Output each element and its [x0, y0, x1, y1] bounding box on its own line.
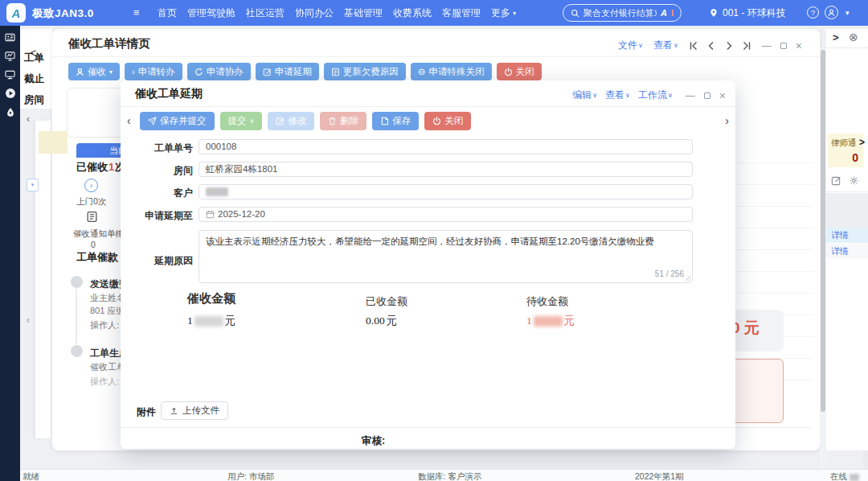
submit-button[interactable]: 提交 ∨: [220, 112, 263, 130]
nav-collaboration[interactable]: 协同办公: [295, 6, 334, 20]
minimize-icon[interactable]: —: [686, 90, 695, 101]
save-button[interactable]: 保存: [372, 112, 419, 130]
page-title: 催收工单详情页: [68, 36, 150, 51]
close-dialog-button[interactable]: 关闭: [424, 112, 471, 130]
extend-date-input[interactable]: 2025-12-20: [199, 207, 693, 222]
apply-assist-label: 申请协办: [207, 66, 244, 78]
edit-square-icon: [276, 117, 285, 125]
nav-customer-service[interactable]: 客服管理: [442, 6, 481, 20]
mini-dropdown[interactable]: ▾: [27, 179, 39, 191]
delete-button[interactable]: 删除: [320, 112, 366, 130]
lawyer-badge-label: 律师通: [831, 138, 857, 149]
order-no-input[interactable]: 000108: [199, 139, 693, 154]
expand-chevron-icon[interactable]: >: [833, 31, 839, 43]
trash-icon: [328, 117, 337, 125]
first-record-icon[interactable]: [689, 41, 698, 51]
edit-menu[interactable]: 编辑∨: [572, 88, 597, 102]
special-close-button[interactable]: ⊖ 申请特殊关闭: [411, 63, 492, 80]
apply-assist-button[interactable]: 申请协办: [187, 63, 251, 80]
order-no-label: 工单单号: [137, 142, 193, 155]
apps-menu-icon[interactable]: ≡: [133, 6, 140, 18]
detail-link[interactable]: 详情: [826, 244, 868, 259]
behind-label-deadline: 截止: [24, 72, 44, 86]
modify-button[interactable]: 修改: [268, 112, 314, 130]
update-reason-label: 更新欠费原因: [343, 66, 399, 78]
nav-dashboard[interactable]: 管理驾驶舱: [187, 6, 235, 20]
received-amount-value: 0.00 元: [366, 314, 397, 328]
next-chevron-icon[interactable]: ›: [725, 114, 729, 127]
app-logo[interactable]: A: [6, 3, 26, 23]
upload-icon: [170, 406, 178, 415]
monitor-icon[interactable]: [5, 69, 15, 80]
section-payment-title: 工单催款: [76, 250, 118, 265]
org-label: 001 - 环球科技: [723, 6, 786, 20]
view-menu[interactable]: 查看∨: [605, 88, 630, 102]
visit-circle-icon[interactable]: ›: [84, 179, 98, 192]
room-input[interactable]: 虹桥家园4栋1801: [199, 162, 693, 177]
caret-down-icon: ∨: [250, 117, 255, 125]
maximize-icon[interactable]: [704, 92, 710, 99]
cuishou-button[interactable]: 催收 ▾: [68, 63, 120, 80]
resize-handle[interactable]: [685, 275, 690, 281]
apply-transfer-label: 申请转办: [138, 66, 175, 78]
save-and-submit-button[interactable]: 保存并提交: [140, 112, 215, 130]
prev-chevron-icon[interactable]: ‹: [127, 114, 131, 127]
scrollbar-thumb[interactable]: [821, 50, 825, 412]
page-scrollbar[interactable]: [820, 48, 826, 469]
nav-home[interactable]: 首页: [158, 6, 177, 20]
visit-count-label: 上门0次: [76, 196, 106, 208]
send-icon: [148, 117, 157, 125]
apply-transfer-button[interactable]: › 申请转办: [125, 63, 182, 80]
submit-label: 提交: [228, 115, 247, 127]
reason-text: 该业主表示近期经济压力较大，希望能给一定的延期空间，经过友好协商，申请延期至12…: [206, 236, 654, 246]
extend-to-label: 申请延期至: [137, 209, 193, 223]
close-workorder-button[interactable]: 关闭: [497, 63, 542, 80]
search-icon: [571, 9, 579, 18]
minimize-icon[interactable]: —: [762, 40, 772, 51]
workflow-menu[interactable]: 工作流∨: [638, 88, 673, 102]
pending-amount-label: 待收金额: [526, 294, 568, 309]
detail-link[interactable]: 详情: [826, 228, 868, 243]
notice-doc-icon[interactable]: [86, 211, 98, 223]
user-menu-caret-icon[interactable]: ▾: [845, 9, 850, 17]
prev-record-icon[interactable]: [706, 41, 716, 51]
gear-icon[interactable]: [849, 175, 859, 186]
person-icon: [76, 68, 84, 76]
collapse-chevron-icon[interactable]: ‹: [27, 314, 30, 326]
nav-billing[interactable]: 收费系统: [393, 6, 432, 20]
reason-textarea[interactable]: 该业主表示近期经济压力较大，希望能给一定的延期空间，经过友好协商，申请延期至12…: [199, 230, 693, 283]
apply-extend-button[interactable]: 申请延期: [256, 63, 319, 80]
next-record-icon[interactable]: [724, 41, 734, 51]
id-card-icon[interactable]: [5, 32, 15, 43]
close-circle-icon[interactable]: ⊗: [849, 31, 858, 43]
lawyer-letter-badge[interactable]: 律师通 > 0: [828, 134, 863, 167]
dialog-window-controls: — ×: [686, 89, 726, 102]
room-label: 房间: [137, 164, 193, 178]
play-icon[interactable]: [5, 88, 16, 99]
timeline-connector: [76, 289, 77, 343]
delete-label: 删除: [340, 115, 358, 127]
upload-file-button[interactable]: 上传文件: [161, 401, 228, 420]
org-selector[interactable]: 001 - 环球科技: [709, 0, 786, 26]
nav-community[interactable]: 社区运营: [246, 6, 285, 20]
help-icon[interactable]: ?: [807, 6, 819, 18]
divider: [121, 427, 735, 428]
customer-input[interactable]: [199, 184, 693, 199]
close-icon[interactable]: ×: [719, 89, 726, 102]
user-avatar-icon[interactable]: [825, 6, 838, 19]
collapse-chevron-icon[interactable]: ‹: [27, 113, 30, 125]
status-database: 数据库: 客户演示: [418, 471, 481, 481]
nav-more[interactable]: 更多 ▾: [491, 6, 516, 20]
global-search-input[interactable]: 聚合支付银行结算对账 AI: [563, 4, 682, 22]
edit-square-icon[interactable]: [831, 175, 841, 186]
close-icon[interactable]: ×: [796, 39, 802, 52]
maximize-icon[interactable]: [780, 43, 787, 49]
file-menu[interactable]: 文件∨: [618, 39, 643, 52]
presentation-icon[interactable]: [5, 51, 15, 61]
update-reason-button[interactable]: 更新欠费原因: [324, 63, 406, 80]
nav-basic-mgmt[interactable]: 基础管理: [344, 6, 383, 20]
amount-clipped: 0 元: [731, 318, 760, 339]
last-record-icon[interactable]: [742, 41, 751, 51]
drop-icon[interactable]: [6, 107, 15, 117]
view-menu[interactable]: 查看∨: [653, 39, 678, 52]
